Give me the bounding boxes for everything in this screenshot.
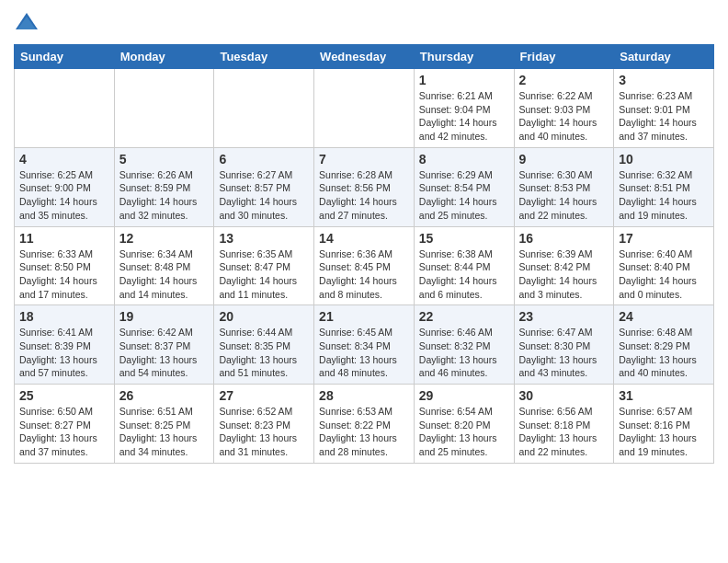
calendar-cell: 2Sunrise: 6:22 AM Sunset: 9:03 PM Daylig… [514, 69, 614, 148]
day-info: Sunrise: 6:27 AM Sunset: 8:57 PM Dayligh… [219, 168, 309, 223]
calendar-cell: 26Sunrise: 6:51 AM Sunset: 8:25 PM Dayli… [114, 385, 214, 464]
day-info: Sunrise: 6:48 AM Sunset: 8:29 PM Dayligh… [619, 326, 709, 380]
day-number: 6 [219, 152, 309, 167]
day-info: Sunrise: 6:56 AM Sunset: 8:18 PM Dayligh… [519, 405, 609, 459]
calendar-cell: 28Sunrise: 6:53 AM Sunset: 8:22 PM Dayli… [314, 385, 415, 464]
day-info: Sunrise: 6:32 AM Sunset: 8:51 PM Dayligh… [619, 168, 709, 223]
day-number: 27 [219, 388, 309, 403]
calendar-cell [114, 69, 214, 148]
col-header-saturday: Saturday [614, 45, 714, 69]
day-number: 24 [619, 309, 709, 324]
calendar-cell: 15Sunrise: 6:38 AM Sunset: 8:44 PM Dayli… [414, 226, 514, 305]
day-number: 31 [619, 388, 709, 403]
day-number: 19 [119, 309, 210, 324]
day-info: Sunrise: 6:39 AM Sunset: 8:42 PM Dayligh… [519, 247, 609, 302]
calendar-cell: 23Sunrise: 6:47 AM Sunset: 8:30 PM Dayli… [514, 305, 614, 385]
day-info: Sunrise: 6:36 AM Sunset: 8:45 PM Dayligh… [319, 247, 409, 302]
calendar-cell: 12Sunrise: 6:34 AM Sunset: 8:48 PM Dayli… [114, 226, 214, 305]
calendar-cell: 9Sunrise: 6:30 AM Sunset: 8:53 PM Daylig… [514, 147, 614, 226]
day-number: 5 [119, 152, 210, 167]
calendar-cell: 4Sunrise: 6:25 AM Sunset: 9:00 PM Daylig… [15, 147, 115, 226]
day-info: Sunrise: 6:38 AM Sunset: 8:44 PM Dayligh… [419, 247, 509, 302]
day-number: 20 [219, 309, 309, 324]
day-info: Sunrise: 6:51 AM Sunset: 8:25 PM Dayligh… [119, 405, 210, 459]
calendar-cell: 6Sunrise: 6:27 AM Sunset: 8:57 PM Daylig… [214, 147, 314, 226]
day-number: 15 [419, 231, 509, 246]
calendar-cell: 1Sunrise: 6:21 AM Sunset: 9:04 PM Daylig… [414, 69, 514, 148]
logo-icon [14, 9, 40, 35]
day-info: Sunrise: 6:33 AM Sunset: 8:50 PM Dayligh… [19, 247, 109, 302]
calendar-cell: 11Sunrise: 6:33 AM Sunset: 8:50 PM Dayli… [15, 226, 115, 305]
day-info: Sunrise: 6:54 AM Sunset: 8:20 PM Dayligh… [419, 405, 509, 459]
calendar-week-row: 11Sunrise: 6:33 AM Sunset: 8:50 PM Dayli… [15, 226, 714, 305]
calendar-cell: 27Sunrise: 6:52 AM Sunset: 8:23 PM Dayli… [214, 385, 314, 464]
day-number: 1 [419, 73, 509, 87]
day-info: Sunrise: 6:29 AM Sunset: 8:54 PM Dayligh… [419, 168, 509, 223]
calendar-cell: 10Sunrise: 6:32 AM Sunset: 8:51 PM Dayli… [614, 147, 714, 226]
day-number: 26 [119, 388, 210, 403]
calendar-cell: 13Sunrise: 6:35 AM Sunset: 8:47 PM Dayli… [214, 226, 314, 305]
day-number: 14 [319, 231, 409, 246]
calendar-cell [15, 69, 115, 148]
calendar-cell: 29Sunrise: 6:54 AM Sunset: 8:20 PM Dayli… [414, 385, 514, 464]
day-number: 17 [619, 231, 709, 246]
calendar-cell: 5Sunrise: 6:26 AM Sunset: 8:59 PM Daylig… [114, 147, 214, 226]
day-info: Sunrise: 6:45 AM Sunset: 8:34 PM Dayligh… [319, 326, 409, 380]
day-number: 2 [519, 73, 609, 87]
day-info: Sunrise: 6:47 AM Sunset: 8:30 PM Dayligh… [519, 326, 609, 380]
col-header-sunday: Sunday [15, 45, 115, 69]
day-number: 21 [319, 309, 409, 324]
calendar-table: SundayMondayTuesdayWednesdayThursdayFrid… [14, 44, 714, 464]
day-info: Sunrise: 6:44 AM Sunset: 8:35 PM Dayligh… [219, 326, 309, 380]
day-info: Sunrise: 6:23 AM Sunset: 9:01 PM Dayligh… [619, 89, 709, 144]
calendar-cell [314, 69, 415, 148]
day-info: Sunrise: 6:28 AM Sunset: 8:56 PM Dayligh… [319, 168, 409, 223]
calendar-week-row: 18Sunrise: 6:41 AM Sunset: 8:39 PM Dayli… [15, 305, 714, 385]
logo [14, 9, 43, 35]
day-number: 25 [19, 388, 109, 403]
day-number: 16 [519, 231, 609, 246]
day-info: Sunrise: 6:26 AM Sunset: 8:59 PM Dayligh… [119, 168, 210, 223]
calendar-cell: 25Sunrise: 6:50 AM Sunset: 8:27 PM Dayli… [15, 385, 115, 464]
day-number: 30 [519, 388, 609, 403]
col-header-wednesday: Wednesday [314, 45, 415, 69]
day-number: 13 [219, 231, 309, 246]
day-number: 3 [619, 73, 709, 87]
day-number: 22 [419, 309, 509, 324]
col-header-friday: Friday [514, 45, 614, 69]
page-header [14, 9, 714, 35]
day-info: Sunrise: 6:50 AM Sunset: 8:27 PM Dayligh… [19, 405, 109, 459]
day-number: 8 [419, 152, 509, 167]
day-info: Sunrise: 6:35 AM Sunset: 8:47 PM Dayligh… [219, 247, 309, 302]
day-number: 10 [619, 152, 709, 167]
day-info: Sunrise: 6:46 AM Sunset: 8:32 PM Dayligh… [419, 326, 509, 380]
calendar-cell: 20Sunrise: 6:44 AM Sunset: 8:35 PM Dayli… [214, 305, 314, 385]
calendar-cell: 21Sunrise: 6:45 AM Sunset: 8:34 PM Dayli… [314, 305, 415, 385]
calendar-week-row: 25Sunrise: 6:50 AM Sunset: 8:27 PM Dayli… [15, 385, 714, 464]
calendar-week-row: 4Sunrise: 6:25 AM Sunset: 9:00 PM Daylig… [15, 147, 714, 226]
day-info: Sunrise: 6:21 AM Sunset: 9:04 PM Dayligh… [419, 89, 509, 144]
calendar-cell: 17Sunrise: 6:40 AM Sunset: 8:40 PM Dayli… [614, 226, 714, 305]
day-number: 4 [19, 152, 109, 167]
calendar-cell: 19Sunrise: 6:42 AM Sunset: 8:37 PM Dayli… [114, 305, 214, 385]
calendar-cell: 8Sunrise: 6:29 AM Sunset: 8:54 PM Daylig… [414, 147, 514, 226]
day-info: Sunrise: 6:53 AM Sunset: 8:22 PM Dayligh… [319, 405, 409, 459]
calendar-cell: 30Sunrise: 6:56 AM Sunset: 8:18 PM Dayli… [514, 385, 614, 464]
calendar-cell: 14Sunrise: 6:36 AM Sunset: 8:45 PM Dayli… [314, 226, 415, 305]
day-number: 12 [119, 231, 210, 246]
calendar-cell: 31Sunrise: 6:57 AM Sunset: 8:16 PM Dayli… [614, 385, 714, 464]
day-number: 28 [319, 388, 409, 403]
day-info: Sunrise: 6:34 AM Sunset: 8:48 PM Dayligh… [119, 247, 210, 302]
calendar-cell [214, 69, 314, 148]
col-header-monday: Monday [114, 45, 214, 69]
day-info: Sunrise: 6:41 AM Sunset: 8:39 PM Dayligh… [19, 326, 109, 380]
col-header-tuesday: Tuesday [214, 45, 314, 69]
day-number: 11 [19, 231, 109, 246]
calendar-week-row: 1Sunrise: 6:21 AM Sunset: 9:04 PM Daylig… [15, 69, 714, 148]
calendar-cell: 22Sunrise: 6:46 AM Sunset: 8:32 PM Dayli… [414, 305, 514, 385]
col-header-thursday: Thursday [414, 45, 514, 69]
day-info: Sunrise: 6:57 AM Sunset: 8:16 PM Dayligh… [619, 405, 709, 459]
day-number: 29 [419, 388, 509, 403]
day-number: 18 [19, 309, 109, 324]
day-number: 7 [319, 152, 409, 167]
